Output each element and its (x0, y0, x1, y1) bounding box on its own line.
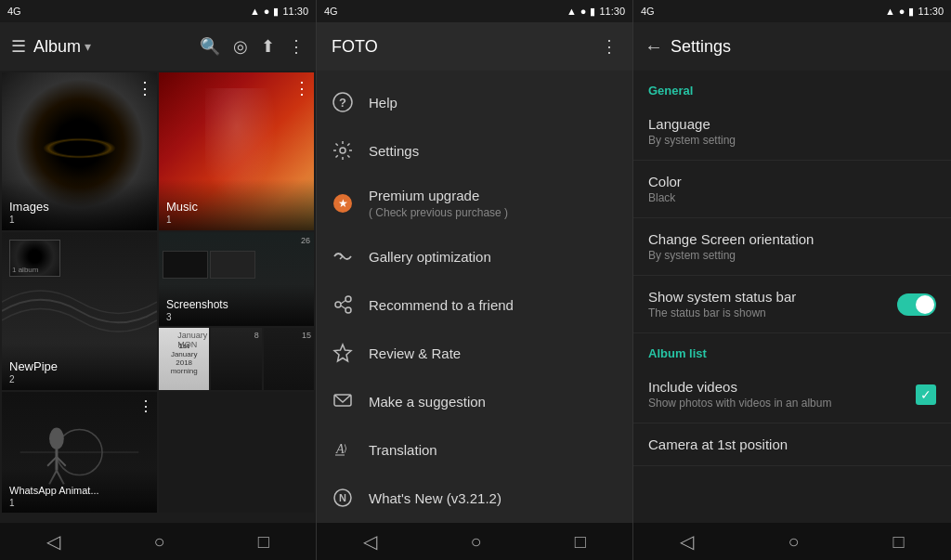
settings-item-orientation[interactable]: Change Screen orientation By system sett… (633, 218, 951, 276)
statusbar-sublabel: The status bar is shown (648, 306, 796, 319)
album-item-screenshots[interactable]: 26 Screenshots 3 (159, 232, 314, 326)
album-more-whatsapp[interactable]: ⋮ (138, 397, 153, 415)
badge-8: 8 (254, 331, 259, 340)
statusbar-toggle[interactable] (897, 293, 936, 316)
small-cells: 1st January 2018 morning JanuaryMON 8 15 (159, 328, 314, 390)
language-text: Language By system setting (648, 116, 736, 147)
date-badge-jan: JanuaryMON (177, 331, 207, 349)
suggestion-label: Make a suggestion (369, 394, 618, 410)
settings-menu-label: Settings (369, 143, 618, 159)
svg-point-2 (49, 427, 64, 449)
svg-text:N: N (339, 492, 346, 503)
settings-toolbar: ← Settings (633, 22, 951, 71)
recents-nav-icon-2[interactable]: □ (575, 531, 586, 553)
section-header-albumlist: Album list (633, 333, 951, 366)
settings-list: General Language By system setting Color… (633, 71, 951, 523)
album-right-col2: 26 Screenshots 3 1st January (159, 232, 314, 390)
network-indicator-2: 4G (324, 6, 338, 17)
language-label: Language (648, 116, 736, 132)
menu-item-whats-new[interactable]: N What's New (v3.21.2) (317, 474, 632, 522)
foto-more-icon[interactable]: ⋮ (601, 36, 618, 57)
circle-settings-icon[interactable]: ◎ (233, 36, 248, 57)
menu-item-translation[interactable]: A ⟩ Translation (317, 425, 632, 474)
album-label-whatsapp: WhatsApp Animat... (9, 485, 99, 496)
dropdown-arrow-icon[interactable]: ▾ (85, 39, 91, 54)
back-nav-icon-3[interactable]: ◁ (680, 530, 694, 553)
album-small-january[interactable]: 1st January 2018 morning JanuaryMON (159, 328, 209, 390)
whats-new-label: What's New (v3.21.2) (369, 490, 618, 506)
menu-item-premium[interactable]: ★ Premium upgrade ( Check previous purch… (317, 175, 632, 232)
album-more-images[interactable]: ⋮ (137, 78, 153, 98)
album-item-newpipe[interactable]: 1 album NewPipe 2 (2, 232, 157, 390)
svg-line-17 (341, 306, 345, 309)
settings-item-videos[interactable]: Include videos Show photos with videos i… (633, 366, 951, 423)
settings-item-statusbar[interactable]: Show system status bar The status bar is… (633, 276, 951, 333)
album-small-15[interactable]: 15 (264, 328, 314, 390)
album-item-images[interactable]: Images 1 ⋮ (2, 72, 157, 230)
album-count-newpipe: 2 (9, 374, 150, 384)
network-indicator-3: 4G (641, 6, 655, 17)
help-icon: ? (332, 91, 354, 113)
help-label: Help (369, 95, 618, 111)
videos-checkbox[interactable]: ✓ (916, 384, 936, 405)
album-more-music[interactable]: ⋮ (293, 78, 310, 98)
recents-nav-icon-1[interactable]: □ (258, 531, 269, 553)
status-bar-3: 4G ▲ ● ▮ 11:30 (633, 0, 951, 22)
album-item-music[interactable]: Music 1 ⋮ (159, 72, 314, 230)
color-label: Color (648, 174, 682, 189)
orientation-sublabel: By system setting (648, 249, 814, 262)
svg-text:⟩: ⟩ (344, 443, 347, 453)
home-nav-icon-1[interactable]: ○ (153, 531, 164, 553)
album-small-8[interactable]: 8 (211, 328, 261, 390)
foto-menu-list: ? Help Settings ★ Premium up (317, 71, 632, 523)
home-nav-icon-2[interactable]: ○ (470, 531, 481, 553)
camera-position-label: Camera at 1st position (648, 436, 788, 452)
color-sublabel: Black (648, 191, 682, 204)
recommend-label: Recommend to a friend (369, 297, 618, 313)
album-count-screenshots: 3 (166, 312, 306, 322)
settings-item-camera-position[interactable]: Camera at 1st position (633, 423, 951, 466)
nav-bar-2: ◁ ○ □ (317, 523, 632, 560)
album-count-whatsapp: 1 (9, 498, 150, 508)
svg-text:★: ★ (338, 197, 348, 210)
share-icon[interactable]: ⬆ (261, 36, 275, 57)
status-bar-1: 4G ▲ ● ▮ 11:30 (0, 0, 316, 22)
suggestion-icon (332, 390, 354, 412)
menu-item-suggestion[interactable]: Make a suggestion (317, 377, 632, 425)
menu-item-gallery-opt[interactable]: Gallery optimization (317, 232, 632, 280)
back-nav-icon-2[interactable]: ◁ (363, 530, 377, 553)
settings-icon (332, 139, 354, 162)
album-count-images: 1 (9, 215, 150, 225)
menu-item-help[interactable]: ? Help (317, 78, 632, 126)
nav-bar-1: ◁ ○ □ (0, 523, 316, 560)
back-button[interactable]: ← (645, 36, 663, 58)
menu-item-recommend[interactable]: Recommend to a friend (317, 280, 632, 329)
recents-nav-icon-3[interactable]: □ (892, 531, 904, 553)
badge-15: 15 (302, 331, 311, 340)
whats-new-icon: N (332, 487, 354, 509)
review-icon (332, 342, 354, 364)
menu-item-settings[interactable]: Settings (317, 126, 632, 175)
search-icon[interactable]: 🔍 (200, 36, 220, 57)
album-item-whatsapp[interactable]: WhatsApp Animat... 1 ⋮ (2, 392, 157, 513)
date-badge-26: 26 (301, 236, 310, 245)
videos-sublabel: Show photos with videos in an album (648, 397, 831, 410)
toolbar-icons: 🔍 ◎ ⬆ ⋮ (200, 36, 305, 57)
settings-title: Settings (671, 37, 731, 57)
album-label-newpipe: NewPipe (9, 359, 58, 373)
panel-foto-menu: 4G ▲ ● ▮ 11:30 FOTO ⋮ ? Help (317, 0, 633, 560)
album-toolbar: ☰ Album ▾ 🔍 ◎ ⬆ ⋮ (0, 22, 316, 71)
settings-item-color[interactable]: Color Black (633, 161, 951, 218)
back-nav-icon-1[interactable]: ◁ (46, 530, 60, 553)
wifi-icon-1: ● (264, 6, 270, 17)
hamburger-menu-icon[interactable]: ☰ (11, 36, 26, 57)
home-nav-icon-3[interactable]: ○ (788, 531, 799, 553)
network-indicator-1: 4G (7, 6, 21, 17)
svg-point-13 (335, 302, 341, 307)
album-title: Album ▾ (33, 37, 192, 57)
overflow-menu-icon[interactable]: ⋮ (288, 36, 305, 57)
gallery-opt-label: Gallery optimization (369, 249, 618, 265)
svg-point-10 (340, 148, 345, 153)
settings-item-language[interactable]: Language By system setting (633, 103, 951, 161)
menu-item-review[interactable]: Review & Rate (317, 329, 632, 377)
